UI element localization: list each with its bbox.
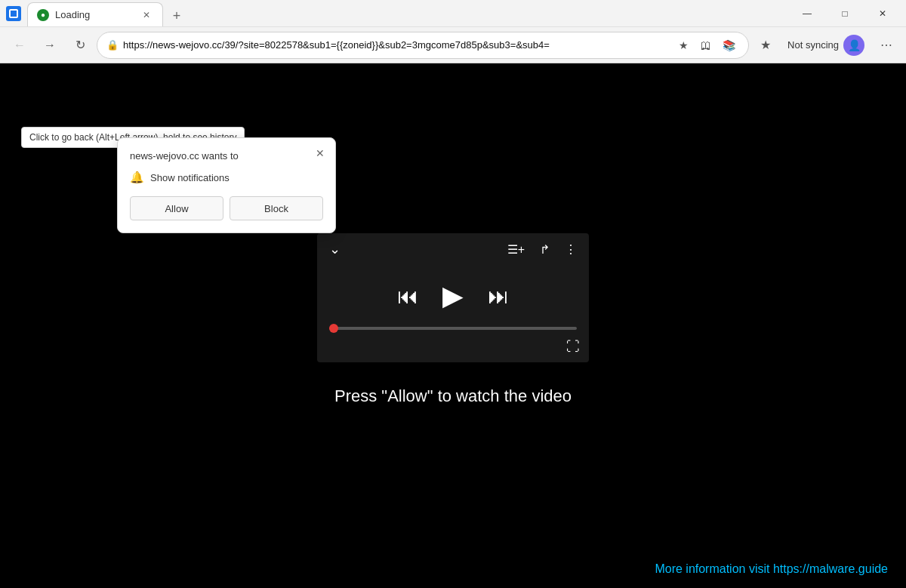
- bookmark-star-button[interactable]: ★: [673, 35, 694, 56]
- share-icon[interactable]: ↱: [540, 242, 550, 257]
- playlist-add-icon[interactable]: ☰+: [507, 242, 525, 257]
- block-button[interactable]: Block: [230, 196, 323, 220]
- forward-button[interactable]: →: [36, 32, 63, 59]
- allow-button[interactable]: Allow: [130, 196, 223, 220]
- video-top-actions: ☰+ ↱ ⋮: [507, 242, 577, 257]
- tab-bar: ● Loading ✕ +: [27, 0, 790, 26]
- maximize-button[interactable]: □: [827, 2, 862, 26]
- popup-site-text: news-wejovo.cc wants to: [130, 150, 323, 162]
- collections-button[interactable]: 📚: [718, 35, 739, 56]
- refresh-button[interactable]: ↻: [66, 32, 94, 59]
- close-button[interactable]: ✕: [865, 2, 900, 26]
- title-bar: ● Loading ✕ + — □ ✕: [0, 0, 906, 27]
- notification-popup: ✕ news-wejovo.cc wants to 🔔 Show notific…: [117, 137, 336, 233]
- popup-close-button[interactable]: ✕: [311, 144, 329, 162]
- toolbar-actions: ★ Not syncing 👤 ⋯: [752, 32, 900, 59]
- active-tab[interactable]: ● Loading ✕: [27, 2, 163, 26]
- play-button[interactable]: ▶: [442, 280, 464, 312]
- window-controls: — □ ✕: [790, 2, 900, 26]
- address-bar[interactable]: 🔒 https://news-wejovo.cc/39/?site=802257…: [97, 32, 749, 59]
- read-mode-button[interactable]: 🕮: [695, 35, 716, 56]
- notification-label: Show notifications: [150, 172, 230, 183]
- video-player: ⌄ ☰+ ↱ ⋮ ⏮ ▶ ⏭: [317, 233, 589, 362]
- browser-content-area: Click to go back (Alt+Left arrow), hold …: [0, 63, 906, 588]
- back-button[interactable]: ←: [6, 32, 33, 59]
- tab-title: Loading: [55, 9, 134, 20]
- sync-button[interactable]: Not syncing 👤: [781, 33, 871, 57]
- address-bar-actions: ★ 🕮 📚: [673, 35, 739, 56]
- progress-dot: [329, 324, 338, 333]
- browser-window: ● Loading ✕ + — □ ✕ ← → ↻ 🔒 https://news…: [0, 0, 906, 588]
- minimize-button[interactable]: —: [790, 2, 824, 26]
- settings-button[interactable]: ⋯: [873, 32, 900, 59]
- skip-next-button[interactable]: ⏭: [488, 284, 509, 309]
- progress-track: [329, 327, 577, 330]
- notification-row: 🔔 Show notifications: [130, 171, 323, 184]
- video-progress-bar[interactable]: [317, 327, 589, 339]
- more-options-icon[interactable]: ⋮: [565, 242, 577, 257]
- video-controls-area: ⏮ ▶ ⏭: [317, 265, 589, 327]
- press-allow-text: Press "Allow" to watch the video: [334, 386, 572, 406]
- footer-info-text: More information visit https://malware.g…: [655, 562, 888, 576]
- video-bottom-bar: ⛶: [317, 339, 589, 362]
- chevron-down-icon[interactable]: ⌄: [329, 241, 341, 257]
- lock-icon: 🔒: [106, 39, 119, 51]
- fullscreen-icon[interactable]: ⛶: [566, 339, 580, 355]
- popup-buttons: Allow Block: [130, 196, 323, 220]
- browser-icon-inner: [9, 9, 18, 18]
- url-text: https://news-wejovo.cc/39/?site=8022578&…: [123, 39, 668, 51]
- new-tab-button[interactable]: +: [166, 5, 187, 26]
- browser-icon: [6, 6, 21, 21]
- sync-label: Not syncing: [787, 39, 839, 51]
- tab-favicon: ●: [37, 9, 49, 21]
- favorites-button[interactable]: ★: [752, 32, 779, 59]
- profile-icon: 👤: [843, 35, 864, 56]
- nav-bar: ← → ↻ 🔒 https://news-wejovo.cc/39/?site=…: [0, 27, 906, 63]
- bell-icon: 🔔: [130, 171, 144, 184]
- tab-close-button[interactable]: ✕: [140, 8, 153, 22]
- skip-previous-button[interactable]: ⏮: [397, 284, 418, 309]
- video-top-bar: ⌄ ☰+ ↱ ⋮: [317, 233, 589, 265]
